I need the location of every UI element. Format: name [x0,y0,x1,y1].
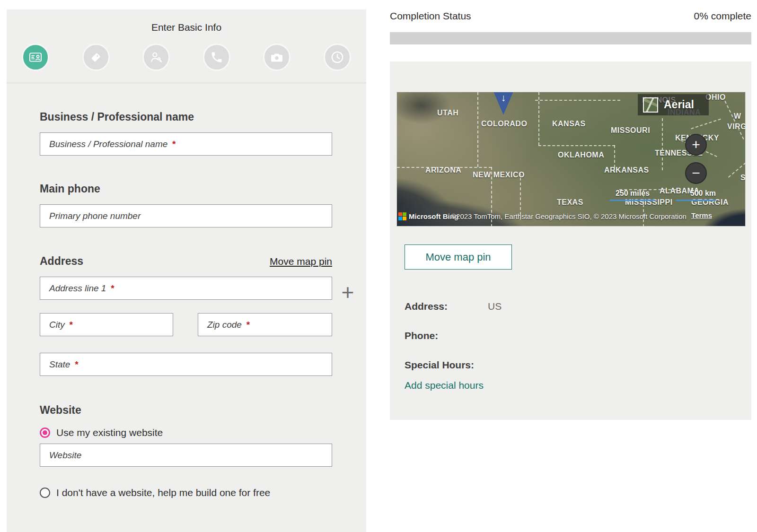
completion-status-label: Completion Status [390,10,471,22]
clock-icon [330,50,345,65]
use-existing-website-label: Use my existing website [56,427,163,438]
id-card-icon [28,50,43,65]
website-label: Website [40,404,332,417]
zoom-out-button[interactable]: − [685,162,707,184]
phone-detail-label: Phone: [405,330,488,341]
add-address-line-icon[interactable]: + [339,283,357,301]
step-services[interactable] [142,44,170,71]
steps-divider [7,83,366,83]
map-state-label: MISSOURI [611,126,650,135]
state-border-line [477,92,478,167]
business-name-section: Business / Professional name Business / … [40,111,332,156]
pin-down-arrow-icon: ↓ [498,92,509,104]
state-input[interactable]: State * [40,353,332,376]
main-phone-placeholder: Primary phone number [49,211,141,221]
bing-map[interactable]: UTAHCOLORADOKANSASMISSOURIOKLAHOMAARIZON… [396,92,746,227]
city-placeholder: City [49,320,65,330]
business-name-label: Business / Professional name [40,111,332,123]
step-photos[interactable] [263,44,290,71]
step-categories[interactable] [82,44,110,71]
main-phone-section: Main phone Primary phone number [40,183,332,227]
map-state-label: NEW MEXICO [473,171,525,179]
business-name-input[interactable]: Business / Professional name * [40,132,332,156]
state-border-line [538,145,615,146]
step-phone[interactable] [203,44,230,71]
scale-miles: 250 miles [610,189,655,201]
website-input[interactable]: Website [40,444,332,467]
scale-km: 500 km [676,189,716,201]
radio-selected-icon[interactable] [40,427,50,438]
state-placeholder: State [49,359,70,370]
map-state-label: S [740,174,746,182]
move-map-pin-button[interactable]: Move map pin [405,244,512,270]
zip-placeholder: Zip code [207,320,242,330]
map-state-label: ARIZONA [425,166,461,174]
main-phone-label: Main phone [40,183,332,195]
map-state-label: TEXAS [557,198,583,207]
camera-icon [270,50,284,64]
step-basic-info[interactable] [22,44,49,71]
build-website-radio[interactable]: I don't have a website, help me build on… [40,487,332,498]
move-map-pin-link[interactable]: Move map pin [270,256,332,267]
address-detail-label: Address: [405,301,488,312]
state-border-line [535,100,620,101]
basic-info-form: Business / Professional name Business / … [40,111,332,498]
website-section: Website Use my existing website Website … [40,404,332,498]
scale-bar-km [676,200,716,201]
step-indicator [7,33,366,71]
state-border-line [662,118,663,170]
map-thumbnail-icon [643,97,658,113]
map-state-label: KANSAS [552,120,586,128]
address-section: Address Move map pin Address line 1 * + … [40,255,332,376]
terms-link[interactable]: Terms [691,211,712,219]
map-state-label: W [734,112,741,121]
address-label: Address [40,255,83,268]
build-website-label: I don't have a website, help me build on… [56,487,270,498]
main-phone-input[interactable]: Primary phone number [40,204,332,227]
map-preview-box: UTAHCOLORADOKANSASMISSOURIOKLAHOMAARIZON… [390,61,751,420]
map-attribution: Microsoft Bing ©2023 TomTom, Earthstar G… [398,211,745,221]
map-state-label: VIRG [727,122,746,131]
map-style-label: Aerial [664,98,694,111]
map-state-label: OKLAHOMA [558,151,604,159]
required-asterisk: * [172,139,175,149]
required-asterisk: * [69,320,72,330]
completion-percent-text: 0% complete [694,10,751,22]
map-style-toggle[interactable]: Aerial [638,94,709,115]
basic-info-panel: Enter Basic Info [7,9,366,532]
add-special-hours-link[interactable]: Add special hours [405,380,484,391]
radio-unselected-icon[interactable] [40,488,50,498]
completion-progress-bar [390,32,751,44]
person-key-icon [149,50,164,65]
phone-icon [210,51,223,64]
microsoft-logo-icon [398,212,406,220]
map-state-label: UTAH [437,109,458,117]
zip-code-input[interactable]: Zip code * [198,313,332,336]
business-name-placeholder: Business / Professional name [49,139,167,149]
state-border-line [691,119,721,129]
map-copyright: ©2023 TomTom, Earthstar Geographics SIO,… [451,212,687,220]
use-existing-website-radio[interactable]: Use my existing website [40,427,332,438]
tag-icon [89,50,103,64]
website-placeholder: Website [49,450,81,461]
scale-bar-miles [610,200,655,201]
step-hours[interactable] [324,44,351,71]
required-asterisk: * [246,320,249,330]
business-details: Address: US Phone: Special Hours: Add sp… [405,301,746,391]
address-detail-value: US [488,301,502,312]
special-hours-label: Special Hours: [405,359,488,371]
required-asterisk: * [110,283,114,294]
preview-panel: Completion Status 0% complete UTAHCOLORA… [390,9,751,420]
map-state-label: ARKANSAS [604,166,649,174]
map-state-label: COLORADO [481,120,527,128]
city-input[interactable]: City * [40,313,173,336]
page-title: Enter Basic Info [7,9,366,33]
required-asterisk: * [74,359,78,370]
address-line1-placeholder: Address line 1 [49,283,106,294]
zoom-in-button[interactable]: + [685,134,707,156]
address-line1-input[interactable]: Address line 1 * [40,277,332,300]
